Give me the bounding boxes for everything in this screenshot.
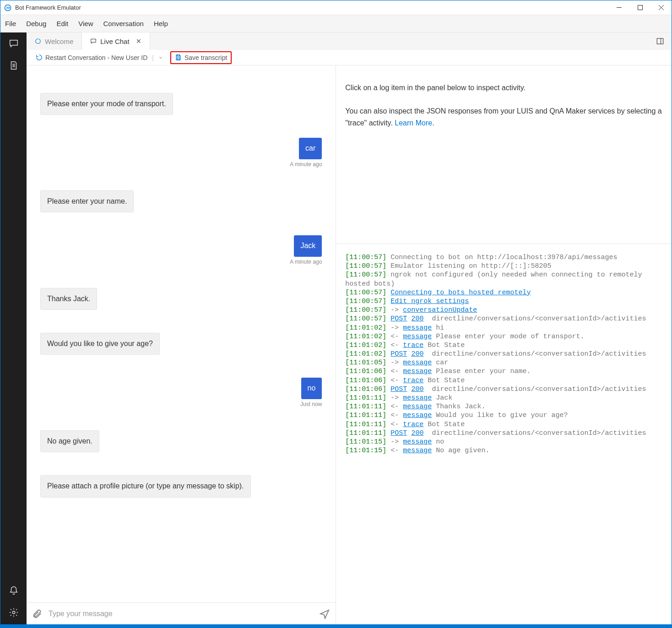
app-window: Bot Framework Emulator File Debug Edit V… (0, 0, 672, 628)
menu-help[interactable]: Help (154, 20, 168, 27)
log-pane[interactable]: [11:00:57] Connecting to bot on http://l… (336, 244, 672, 624)
timestamp: A minute ago (290, 259, 322, 265)
user-bubble[interactable]: car (299, 138, 322, 159)
sidebar (0, 32, 27, 624)
log-line[interactable]: [11:01:11] <- trace Bot State (345, 420, 662, 429)
right-column: Click on a log item in the panel below t… (336, 65, 672, 624)
log-line[interactable]: [11:01:06] <- message Please enter your … (345, 367, 662, 376)
log-link[interactable]: POST (390, 350, 407, 358)
log-link[interactable]: message (403, 403, 432, 411)
log-line[interactable]: [11:01:11] <- message Thanks Jack. (345, 402, 662, 411)
log-link[interactable]: trace (403, 421, 423, 428)
log-line[interactable]: [11:01:02] POST 200 directline/conversat… (345, 350, 662, 358)
attach-icon[interactable] (32, 609, 42, 619)
log-line[interactable]: [11:00:57] Connecting to bots hosted rem… (345, 288, 662, 297)
log-link[interactable]: POST (390, 429, 407, 437)
bot-bubble[interactable]: Thanks Jack. (40, 288, 97, 310)
log-link[interactable]: message (403, 368, 432, 375)
tab-livechat[interactable]: Live Chat ✕ (82, 32, 150, 50)
log-line[interactable]: [11:00:57] ngrok not configured (only ne… (345, 271, 662, 288)
chat-message: JackA minute ago (40, 235, 322, 265)
chat-message: Thanks Jack. (40, 288, 322, 310)
save-icon (175, 54, 182, 61)
menu-edit[interactable]: Edit (56, 20, 68, 27)
log-link[interactable]: 200 (411, 385, 423, 393)
log-link[interactable]: trace (403, 377, 423, 384)
inputbar (27, 602, 336, 624)
chat-message: No age given. (40, 430, 322, 452)
log-line[interactable]: [11:01:05] -> message car (345, 358, 662, 367)
log-link[interactable]: message (403, 394, 432, 402)
log-link[interactable]: message (403, 333, 432, 341)
inspector-line2: You can also inspect the JSON responses … (345, 105, 662, 129)
restart-conversation-button[interactable]: Restart Conversation - New User ID | (36, 54, 163, 61)
layout-toggle-icon[interactable] (649, 32, 672, 50)
chat-scroll[interactable]: Please enter your mode of transport.carA… (27, 65, 336, 602)
log-link[interactable]: POST (390, 385, 407, 393)
svg-rect-7 (657, 38, 663, 44)
log-link[interactable]: message (403, 438, 432, 446)
menu-conversation[interactable]: Conversation (103, 20, 143, 27)
chat-message: carA minute ago (40, 138, 322, 167)
log-link[interactable]: Edit ngrok settings (390, 298, 469, 305)
log-link[interactable]: trace (403, 341, 423, 349)
bot-bubble[interactable]: Please enter your name. (40, 190, 134, 212)
log-link[interactable]: message (403, 324, 432, 332)
user-bubble[interactable]: no (301, 378, 322, 399)
content: Please enter your mode of transport.carA… (27, 65, 672, 624)
log-link[interactable]: message (403, 411, 432, 419)
log-line[interactable]: [11:01:02] -> message hi (345, 324, 662, 332)
log-link[interactable]: conversationUpdate (403, 306, 477, 314)
message-input[interactable] (49, 610, 313, 618)
log-link[interactable]: POST (390, 315, 407, 323)
chat-bubble-icon (90, 38, 97, 44)
log-line[interactable]: [11:01:02] <- trace Bot State (345, 341, 662, 350)
maximize-button[interactable] (629, 0, 650, 15)
chat-message: Please attach a profile picture (or type… (40, 475, 322, 497)
menu-file[interactable]: File (5, 20, 16, 27)
minimize-button[interactable] (608, 0, 629, 15)
status-bar (0, 624, 672, 628)
save-transcript-button[interactable]: Save transcript (170, 51, 232, 64)
bot-bubble[interactable]: Please attach a profile picture (or type… (40, 475, 251, 497)
log-line[interactable]: [11:00:57] POST 200 directline/conversat… (345, 314, 662, 323)
user-bubble[interactable]: Jack (294, 235, 322, 256)
bell-icon[interactable] (8, 585, 19, 596)
log-link[interactable]: 200 (411, 315, 423, 323)
log-line[interactable]: [11:00:57] -> conversationUpdate (345, 306, 662, 314)
learn-more-link[interactable]: Learn More (395, 119, 432, 127)
menu-debug[interactable]: Debug (26, 20, 46, 27)
tab-welcome[interactable]: Welcome (27, 32, 82, 50)
log-line[interactable]: [11:01:06] POST 200 directline/conversat… (345, 385, 662, 394)
close-icon[interactable]: ✕ (136, 38, 141, 45)
log-link[interactable]: message (403, 359, 432, 367)
log-line[interactable]: [11:00:57] Edit ngrok settings (345, 297, 662, 306)
menu-view[interactable]: View (78, 20, 93, 27)
restart-label: Restart Conversation - New User ID (45, 54, 147, 61)
close-button[interactable] (650, 0, 672, 15)
log-link[interactable]: 200 (411, 350, 423, 358)
gear-icon[interactable] (8, 607, 19, 618)
log-line[interactable]: [11:00:57] Emulator listening on http://… (345, 262, 662, 271)
log-line[interactable]: [11:01:02] <- message Please enter your … (345, 332, 662, 341)
log-line[interactable]: [11:00:57] Connecting to bot on http://l… (345, 253, 662, 262)
log-line[interactable]: [11:01:15] <- message No age given. (345, 446, 662, 455)
bot-bubble[interactable]: Would you like to give your age? (40, 333, 160, 355)
menubar: File Debug Edit View Conversation Help (0, 15, 672, 32)
log-line[interactable]: [11:01:11] <- message Would you like to … (345, 411, 662, 420)
log-line[interactable]: [11:01:06] <- trace Bot State (345, 376, 662, 385)
document-icon[interactable] (8, 60, 19, 71)
log-link[interactable]: message (403, 447, 432, 455)
bot-bubble[interactable]: No age given. (40, 430, 99, 452)
log-line[interactable]: [11:01:11] -> message Jack (345, 394, 662, 402)
log-line[interactable]: [11:01:15] -> message no (345, 438, 662, 446)
bot-bubble[interactable]: Please enter your mode of transport. (40, 93, 173, 115)
timestamp: A minute ago (290, 161, 322, 168)
log-link[interactable]: Connecting to bots hosted remotely (390, 289, 531, 297)
chevron-down-icon[interactable] (158, 55, 163, 60)
app-icon (4, 4, 11, 11)
log-line[interactable]: [11:01:11] POST 200 directline/conversat… (345, 429, 662, 438)
send-icon[interactable] (319, 608, 330, 619)
log-link[interactable]: 200 (411, 429, 423, 437)
chat-icon[interactable] (8, 38, 19, 49)
